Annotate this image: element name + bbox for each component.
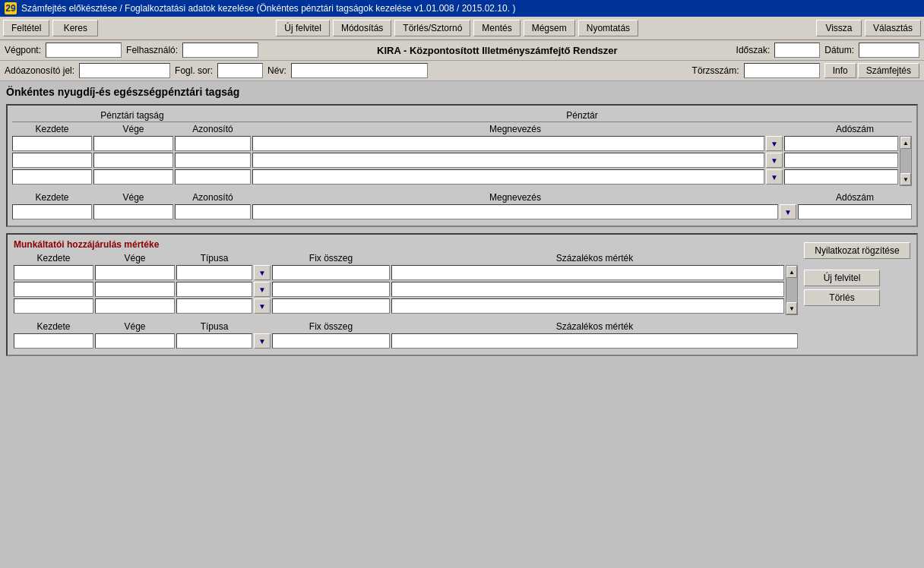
- title-bar-text: Számfejtés előkésztése / Foglalkoztatási…: [21, 3, 515, 14]
- nyomtatas-button[interactable]: Nyomtatás: [578, 20, 638, 36]
- row2-adoszam[interactable]: [784, 153, 898, 168]
- row1-arrow-button[interactable]: ▼: [766, 136, 783, 151]
- table-row: ▼: [14, 282, 784, 297]
- table-row: ▼: [14, 298, 784, 314]
- row4-kezdete[interactable]: [12, 204, 92, 219]
- row2-vege[interactable]: [93, 153, 173, 168]
- bp-scroll-down-button[interactable]: ▼: [786, 302, 797, 314]
- torles-sztorno-button[interactable]: Törlés/Sztornó: [394, 20, 470, 36]
- fogl-sor-input[interactable]: [217, 63, 263, 78]
- megsem-button[interactable]: Mégsem: [524, 20, 575, 36]
- info-button[interactable]: Info: [824, 63, 856, 78]
- bp-row1-vege[interactable]: [95, 265, 175, 280]
- datum-label: Dátum:: [824, 45, 854, 55]
- bp-row4-kezdete[interactable]: [14, 333, 93, 349]
- felhasznalo-input[interactable]: [182, 43, 258, 58]
- modositas-button[interactable]: Módosítás: [333, 20, 391, 36]
- valasztas-button[interactable]: Választás: [865, 20, 921, 36]
- vissza-button[interactable]: Vissza: [816, 20, 862, 36]
- adoazonosito-label: Adóazonosító jel:: [5, 65, 74, 76]
- nyilatkozat-rogzitese-button[interactable]: Nyilatkozat rögzítése: [804, 242, 910, 259]
- row1-adoszam[interactable]: [784, 136, 898, 151]
- row3-vege[interactable]: [93, 169, 173, 185]
- bp-scroll-up-button[interactable]: ▲: [786, 266, 797, 278]
- bp-row2-arrow-button[interactable]: ▼: [254, 282, 271, 297]
- uj-felvitel-button[interactable]: Új felvitel: [276, 20, 330, 36]
- nev-input[interactable]: [291, 63, 428, 78]
- row2-megnevezes[interactable]: [252, 153, 764, 168]
- bp-scroll-track: [786, 278, 797, 302]
- idoszak-input[interactable]: [774, 43, 820, 58]
- table-row: ▼: [12, 169, 898, 185]
- bp-row2-fix[interactable]: [272, 282, 390, 297]
- vegpont-input[interactable]: [46, 43, 122, 58]
- bp-row4-fix[interactable]: [272, 333, 390, 349]
- feltetel-button[interactable]: Feltétel: [3, 20, 49, 36]
- bp-row1-kezdete[interactable]: [14, 265, 93, 280]
- row3-azonosito[interactable]: [175, 169, 251, 185]
- row1-kezdete[interactable]: [12, 136, 92, 151]
- bp-row4-arrow-button[interactable]: ▼: [254, 333, 271, 349]
- bottom-uj-felvitel-button[interactable]: Új felvitel: [804, 270, 880, 286]
- bp-row1-szazalek[interactable]: [391, 265, 784, 280]
- bp-col-vege: Vége: [95, 253, 175, 263]
- bp-row3-fix[interactable]: [272, 298, 390, 314]
- bp-row2-kezdete[interactable]: [14, 282, 93, 297]
- bp-row3-szazalek[interactable]: [391, 298, 784, 314]
- scroll-up-button[interactable]: ▲: [900, 137, 911, 149]
- bp-row3-kezdete[interactable]: [14, 298, 93, 314]
- bp-row4-tipus[interactable]: [176, 333, 252, 349]
- bp-row4-vege[interactable]: [95, 333, 175, 349]
- row1-azonosito[interactable]: [175, 136, 251, 151]
- adoazonosito-input[interactable]: [79, 63, 170, 78]
- row3-kezdete[interactable]: [12, 169, 92, 185]
- col2-header-vege: Vége: [93, 192, 173, 203]
- bp-row2-tipus[interactable]: [176, 282, 252, 297]
- row1-vege[interactable]: [93, 136, 173, 151]
- row4-vege[interactable]: [93, 204, 173, 219]
- bottom-table-scrollbar[interactable]: ▲ ▼: [786, 265, 798, 315]
- bp2-col-tipusa: Típusa: [176, 321, 252, 332]
- mentes-button[interactable]: Mentés: [473, 20, 520, 36]
- bp-row2-szazalek[interactable]: [391, 282, 784, 297]
- scroll-down-button[interactable]: ▼: [900, 173, 911, 185]
- section-title: Önkéntes nyugdíj-és egészségpénztári tag…: [6, 86, 918, 98]
- col2-header-azonosito: Azonosító: [175, 192, 251, 203]
- bp-row2-vege[interactable]: [95, 282, 175, 297]
- row3-adoszam[interactable]: [784, 169, 898, 185]
- bp-row3-vege[interactable]: [95, 298, 175, 314]
- datum-input[interactable]: [859, 43, 919, 58]
- table-row: ▼: [12, 153, 898, 168]
- bp-col-fix: Fix összeg: [272, 253, 390, 263]
- bottom-panel: Munkáltatói hozzájárulás mértéke Kezdete…: [6, 233, 918, 356]
- bp-row1-fix[interactable]: [272, 265, 390, 280]
- fogl-sor-label: Fogl. sor:: [175, 65, 213, 76]
- system-title: KIRA - Központosított Illetményszámfejtő…: [263, 45, 732, 56]
- row3-arrow-button[interactable]: ▼: [766, 169, 783, 185]
- row2-kezdete[interactable]: [12, 153, 92, 168]
- bp-row1-arrow-button[interactable]: ▼: [254, 265, 271, 280]
- top-table-scrollbar[interactable]: ▲ ▼: [900, 136, 912, 186]
- idoszak-label: Időszak:: [736, 45, 771, 55]
- toolbar: Feltétel Keres Új felvitel Módosítás Tör…: [0, 17, 924, 40]
- row2-azonosito[interactable]: [175, 153, 251, 168]
- keres-button[interactable]: Keres: [52, 20, 98, 36]
- row4-azonosito[interactable]: [175, 204, 251, 219]
- bottom-torles-button[interactable]: Törlés: [804, 289, 880, 306]
- table-row: ▼: [14, 265, 784, 280]
- group-penztari-tagsag: Pénztári tagság: [100, 110, 163, 121]
- row4-arrow-button[interactable]: ▼: [780, 204, 796, 219]
- bp-row3-arrow-button[interactable]: ▼: [254, 298, 271, 314]
- row1-megnevezes[interactable]: [252, 136, 764, 151]
- row2-arrow-button[interactable]: ▼: [766, 153, 783, 168]
- bp-row4-szazalek[interactable]: [391, 333, 798, 349]
- szamfejtes-button[interactable]: Számfejtés: [858, 63, 919, 78]
- bp2-col-fix: Fix összeg: [272, 321, 390, 332]
- row4-adoszam[interactable]: [798, 204, 912, 219]
- row3-megnevezes[interactable]: [252, 169, 764, 185]
- bp-row1-tipus[interactable]: [176, 265, 252, 280]
- row4-megnevezes[interactable]: [252, 204, 778, 219]
- bp-row3-tipus[interactable]: [176, 298, 252, 314]
- header-row-2: Adóazonosító jel: Fogl. sor: Név: Törzss…: [0, 61, 924, 81]
- torzsszam-input[interactable]: [744, 63, 820, 78]
